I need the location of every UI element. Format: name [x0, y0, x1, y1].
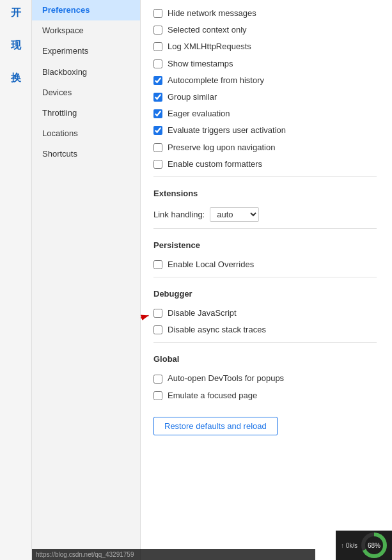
checkbox-auto-open: Auto-open DevTools for popups [153, 370, 377, 387]
group-similar-label: Group similar [168, 91, 217, 103]
preserve-log-checkbox[interactable] [153, 143, 162, 152]
checkbox-show-timestamps: Show timestamps [153, 56, 377, 72]
strip-char-2[interactable]: 现 [11, 39, 21, 52]
custom-formatters-checkbox[interactable] [153, 160, 162, 169]
checkbox-log-xmlhttp: Log XMLHttpRequests [153, 38, 377, 55]
eager-evaluation-checkbox[interactable] [153, 109, 162, 118]
global-title: Global [153, 354, 377, 364]
checkbox-local-overrides: Enable Local Overrides [153, 256, 377, 273]
link-handling-row: Link handling: auto none [153, 205, 377, 224]
red-arrow-icon [141, 310, 153, 329]
extensions-title: Extensions [153, 189, 377, 198]
disable-async-checkbox[interactable] [153, 325, 162, 334]
disable-js-checkbox[interactable] [153, 309, 162, 318]
sidebar-item-blackboxing[interactable]: Blackboxing [32, 62, 140, 82]
checkbox-eager-evaluation: Eager evaluation [153, 105, 377, 122]
checkbox-disable-js: Disable JavaScript [153, 305, 377, 322]
left-strip: 开 现 换 [0, 0, 32, 560]
custom-formatters-label: Enable custom formatters [168, 159, 262, 170]
selected-context-label: Selected context only [168, 24, 247, 36]
sidebar-item-throttling[interactable]: Throttling [32, 103, 140, 123]
gauge-value: 68% [365, 536, 383, 554]
checkbox-custom-formatters: Enable custom formatters [153, 156, 377, 173]
hide-network-checkbox[interactable] [153, 9, 162, 18]
checkbox-emulate-focused: Emulate a focused page [153, 387, 377, 404]
sidebar-item-workspace[interactable]: Workspace [32, 20, 140, 41]
local-overrides-label: Enable Local Overrides [168, 259, 254, 270]
show-timestamps-checkbox[interactable] [153, 59, 162, 68]
strip-char-1[interactable]: 开 [11, 6, 21, 20]
svg-line-1 [141, 316, 149, 325]
disable-js-label: Disable JavaScript [168, 307, 237, 319]
auto-open-label: Auto-open DevTools for popups [168, 373, 284, 384]
emulate-focused-checkbox[interactable] [153, 391, 162, 400]
link-handling-select[interactable]: auto none [210, 207, 259, 222]
sidebar-item-shortcuts[interactable]: Shortcuts [32, 144, 140, 164]
autocomplete-label: Autocomplete from history [168, 75, 264, 86]
local-overrides-checkbox[interactable] [153, 260, 162, 269]
eager-evaluation-label: Eager evaluation [168, 108, 230, 120]
checkbox-group-similar: Group similar [153, 89, 377, 105]
disable-async-label: Disable async stack traces [168, 324, 266, 336]
evaluate-triggers-label: Evaluate triggers user activation [168, 125, 286, 136]
debugger-section: Debugger Disable JavaScript [153, 289, 377, 338]
log-xmlhttp-checkbox[interactable] [153, 42, 162, 51]
sidebar-item-locations[interactable]: Locations [32, 123, 140, 144]
preserve-log-label: Preserve log upon navigation [168, 142, 275, 153]
sidebar-item-experiments[interactable]: Experiments [32, 41, 140, 61]
extensions-section: Extensions Link handling: auto none [153, 189, 377, 224]
main-content: Hide network messages Selected context o… [141, 0, 392, 560]
checkbox-hide-network: Hide network messages [153, 5, 377, 22]
autocomplete-checkbox[interactable] [153, 76, 162, 85]
url-bar: https://blog.csdn.net/qq_43291759 [32, 549, 315, 560]
emulate-focused-label: Emulate a focused page [168, 390, 257, 401]
checkbox-autocomplete: Autocomplete from history [153, 72, 377, 89]
sidebar-item-devices[interactable]: Devices [32, 82, 140, 103]
hide-network-label: Hide network messages [168, 8, 256, 19]
group-similar-checkbox[interactable] [153, 93, 162, 102]
arrow-container: Disable JavaScript [153, 305, 377, 322]
restore-button[interactable]: Restore defaults and reload [153, 417, 278, 435]
speed-indicator: ↑ 0k/s [341, 542, 357, 549]
global-section: Global Auto-open DevTools for popups Emu… [153, 354, 377, 403]
sidebar: Preferences Workspace Experiments Blackb… [32, 0, 141, 560]
console-section: Hide network messages Selected context o… [153, 5, 377, 173]
bottom-status-bar: ↑ 0k/s 68% [336, 531, 392, 560]
checkbox-preserve-log: Preserve log upon navigation [153, 139, 377, 156]
sidebar-item-preferences[interactable]: Preferences [32, 0, 140, 20]
persistence-section: Persistence Enable Local Overrides [153, 240, 377, 273]
evaluate-triggers-checkbox[interactable] [153, 126, 162, 135]
strip-char-3[interactable]: 换 [11, 72, 21, 85]
selected-context-checkbox[interactable] [153, 26, 162, 35]
auto-open-checkbox[interactable] [153, 375, 162, 384]
checkbox-disable-async: Disable async stack traces [153, 322, 377, 338]
persistence-title: Persistence [153, 240, 377, 250]
log-xmlhttp-label: Log XMLHttpRequests [168, 41, 251, 52]
checkbox-selected-context: Selected context only [153, 22, 377, 38]
link-handling-label: Link handling: [153, 210, 205, 219]
show-timestamps-label: Show timestamps [168, 58, 233, 70]
checkbox-evaluate-triggers: Evaluate triggers user activation [153, 122, 377, 139]
gauge-circle: 68% [361, 533, 387, 558]
debugger-title: Debugger [153, 289, 377, 299]
